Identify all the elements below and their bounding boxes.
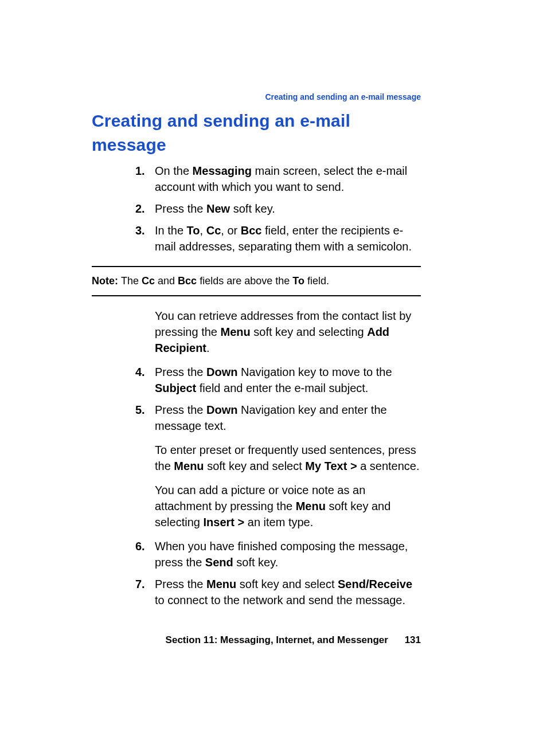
- step-1: 1. On the Messaging main screen, select …: [138, 163, 421, 195]
- step-text: Press the New soft key.: [155, 202, 275, 215]
- step-text: When you have finished composing the mes…: [155, 540, 408, 569]
- page: Creating and sending an e-mail message C…: [0, 0, 547, 756]
- step-2: 2. Press the New soft key.: [138, 201, 421, 217]
- step-5: 5. Press the Down Navigation key and ent…: [138, 402, 421, 434]
- step-text: Press the Down Navigation key to move to…: [155, 366, 392, 394]
- page-footer: Section 11: Messaging, Internet, and Mes…: [166, 633, 421, 647]
- step-3: 3. In the To, Cc, or Bcc field, enter th…: [138, 222, 421, 254]
- step-number: 6.: [135, 538, 145, 554]
- step-7: 7. Press the Menu soft key and select Se…: [138, 576, 421, 608]
- step-number: 2.: [135, 201, 145, 217]
- steps-list-part-b: 4. Press the Down Navigation key to move…: [92, 364, 421, 434]
- step-4: 4. Press the Down Navigation key to move…: [138, 364, 421, 396]
- steps-list-part-c: 6. When you have finished composing the …: [92, 538, 421, 608]
- step-number: 4.: [135, 364, 145, 380]
- running-header: Creating and sending an e-mail message: [265, 92, 421, 103]
- page-title: Creating and sending an e-mail message: [92, 109, 421, 157]
- step-text: Press the Down Navigation key and enter …: [155, 404, 387, 432]
- note-text: The Cc and Bcc fields are above the To f…: [121, 275, 329, 287]
- note-block: Note: The Cc and Bcc fields are above th…: [92, 266, 421, 296]
- steps-list-part-a: 1. On the Messaging main screen, select …: [92, 163, 421, 254]
- step-number: 1.: [135, 163, 145, 179]
- attachment-paragraph: You can add a picture or voice note as a…: [155, 482, 421, 530]
- step-6: 6. When you have finished composing the …: [138, 538, 421, 570]
- retrieve-addresses-paragraph: You can retrieve addresses from the cont…: [155, 308, 421, 356]
- step-text: Press the Menu soft key and select Send/…: [155, 578, 412, 606]
- page-number: 131: [405, 634, 421, 645]
- step-number: 5.: [135, 402, 145, 418]
- step-number: 3.: [135, 222, 145, 238]
- note-label: Note:: [92, 275, 121, 287]
- step-text: In the To, Cc, or Bcc field, enter the r…: [155, 224, 412, 253]
- step-number: 7.: [135, 576, 145, 592]
- step-text: On the Messaging main screen, select the…: [155, 164, 407, 193]
- preset-sentences-paragraph: To enter preset or frequently used sente…: [155, 442, 421, 474]
- section-label: Section 11: Messaging, Internet, and Mes…: [166, 634, 388, 645]
